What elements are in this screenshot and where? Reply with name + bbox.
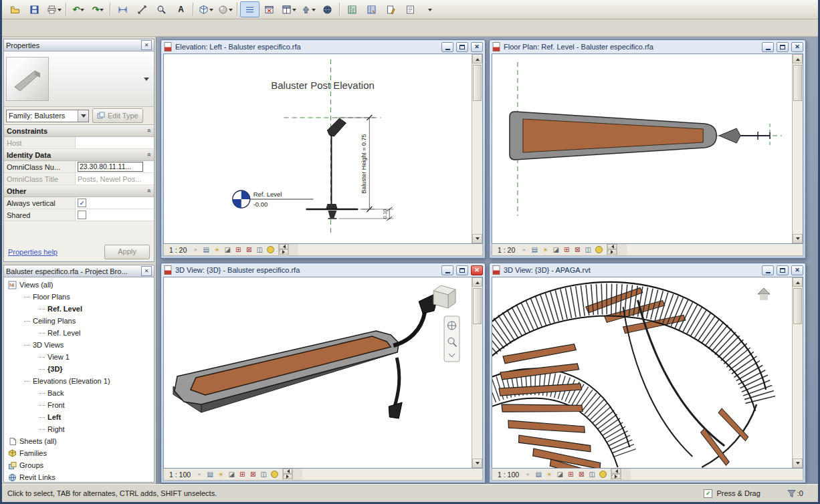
scroll-left-button[interactable]: [283, 469, 292, 474]
tree-item-views[interactable]: Views (all): [4, 279, 154, 291]
group-header-identity-data[interactable]: Identity Data: [4, 149, 154, 161]
toolbar-options-button[interactable]: [420, 1, 439, 17]
print-button[interactable]: [44, 1, 64, 17]
scroll-left-button[interactable]: [611, 469, 621, 474]
apply-button[interactable]: Apply: [104, 245, 150, 259]
vertical-scrollbar[interactable]: [472, 54, 482, 243]
3d-view-drawing-area[interactable]: [164, 277, 472, 468]
param-row-host[interactable]: Host: [4, 137, 154, 149]
window-title-bar[interactable]: 3D View: {3D} - APAGA.rvt: [490, 263, 805, 277]
minimize-button[interactable]: [441, 42, 453, 52]
close-properties-button[interactable]: [141, 40, 152, 50]
scrollbar-thumb[interactable]: [607, 250, 609, 251]
elevation-drawing-area[interactable]: Baluster Post Elevation: [164, 54, 472, 243]
horizontal-scrollbar[interactable]: [283, 469, 292, 480]
material-takeoff-button[interactable]: [362, 1, 381, 17]
show-crop-region-icon[interactable]: [573, 245, 582, 255]
properties-help-link[interactable]: Properties help: [8, 248, 58, 256]
scroll-left-button[interactable]: [607, 244, 617, 249]
crop-view-icon[interactable]: [233, 245, 243, 255]
scale-control[interactable]: 1 : 100: [167, 471, 193, 479]
type-selector[interactable]: [4, 51, 154, 107]
align-dimension-button[interactable]: [113, 1, 132, 17]
scroll-down-button[interactable]: [472, 234, 482, 243]
crop-view-icon[interactable]: [237, 470, 247, 479]
scale-control[interactable]: 1 : 100: [495, 471, 522, 479]
scroll-down-button[interactable]: [472, 459, 482, 468]
window-title-bar[interactable]: Elevation: Left - Baluster especifico.rf…: [161, 40, 485, 53]
type-selector-dropdown[interactable]: [141, 74, 152, 84]
shared-checkbox[interactable]: [78, 211, 86, 219]
tree-item-ceiling-plans[interactable]: Ceiling Plans: [4, 315, 154, 327]
temporary-hide-isolate-icon[interactable]: [259, 470, 268, 479]
scroll-down-button[interactable]: [793, 234, 803, 243]
shadows-icon[interactable]: [555, 470, 565, 479]
tree-item-back[interactable]: Back: [4, 387, 154, 399]
vertical-scrollbar[interactable]: [472, 277, 482, 468]
param-value[interactable]: 23.30.80.11.11...: [76, 161, 154, 172]
activate-view-button[interactable]: [298, 1, 318, 17]
tree-item-elevations[interactable]: Elevations (Elevation 1): [4, 375, 154, 387]
group-header-other[interactable]: Other: [4, 185, 154, 197]
selection-filter[interactable]: :0: [787, 489, 803, 498]
maximize-button[interactable]: [777, 265, 789, 275]
sun-path-icon[interactable]: [216, 470, 225, 479]
always-vertical-checkbox[interactable]: [78, 199, 86, 207]
vertical-scrollbar[interactable]: [792, 277, 803, 468]
scroll-left-button[interactable]: [279, 244, 288, 249]
visual-style-icon[interactable]: [534, 470, 543, 479]
minimize-button[interactable]: [762, 42, 774, 52]
close-button[interactable]: [471, 265, 483, 275]
text-button[interactable]: A: [171, 1, 191, 17]
scroll-down-button[interactable]: [793, 459, 803, 468]
scroll-right-button[interactable]: [279, 249, 288, 255]
temporary-hide-isolate-icon[interactable]: [583, 245, 593, 255]
scroll-up-button[interactable]: [472, 54, 482, 64]
scroll-up-button[interactable]: [472, 277, 482, 287]
render-button[interactable]: [215, 1, 235, 17]
window-title-bar[interactable]: Floor Plan: Ref. Level - Baluster especi…: [490, 40, 805, 53]
tree-item-groups[interactable]: Groups: [4, 459, 154, 471]
family-combobox-button[interactable]: [78, 110, 88, 122]
properties-title-bar[interactable]: Properties: [4, 39, 154, 51]
project-browser-title-bar[interactable]: Baluster especifico.rfa - Project Bro...: [4, 265, 154, 277]
scrollbar-track[interactable]: [472, 64, 482, 234]
tree-item-ref-level[interactable]: Ref. Level: [4, 303, 154, 315]
shadows-icon[interactable]: [227, 470, 236, 479]
minimize-button[interactable]: [441, 265, 453, 275]
scrollbar-thumb[interactable]: [793, 288, 802, 324]
zoom-button[interactable]: [152, 1, 171, 17]
tree-item-right[interactable]: Right: [4, 423, 154, 435]
visual-style-icon[interactable]: [201, 245, 211, 255]
scrollbar-thumb[interactable]: [473, 288, 482, 324]
detail-level-icon[interactable]: [519, 245, 528, 255]
scroll-right-button[interactable]: [283, 474, 292, 479]
undo-button[interactable]: ↶: [69, 1, 88, 17]
3d-stair-drawing-area[interactable]: [492, 277, 792, 468]
tile-windows-button[interactable]: [279, 1, 298, 17]
close-button[interactable]: [471, 42, 483, 52]
close-project-browser-button[interactable]: [141, 266, 152, 276]
tree-item-view-1[interactable]: View 1: [4, 351, 154, 363]
visual-style-icon[interactable]: [530, 245, 539, 255]
family-combobox[interactable]: Family: Balusters: [6, 110, 89, 122]
schedule-button[interactable]: [342, 1, 362, 17]
default-3d-view-button[interactable]: [196, 1, 215, 17]
open-button[interactable]: [5, 1, 25, 17]
web-library-button[interactable]: [318, 1, 337, 17]
navigation-bar[interactable]: [444, 316, 459, 362]
detail-level-icon[interactable]: [195, 470, 204, 479]
reveal-hidden-icon[interactable]: [599, 471, 607, 478]
reveal-hidden-icon[interactable]: [267, 246, 274, 253]
scale-control[interactable]: 1 : 20: [495, 246, 518, 254]
tree-item-front[interactable]: Front: [4, 399, 154, 411]
tree-item-sheets[interactable]: Sheets (all): [4, 435, 154, 447]
group-header-constraints[interactable]: Constraints: [4, 125, 154, 137]
minimize-button[interactable]: [762, 265, 774, 275]
sun-path-icon[interactable]: [212, 245, 221, 255]
sun-path-icon[interactable]: [544, 470, 554, 479]
param-row-omniclass-number[interactable]: OmniClass Nu... 23.30.80.11.11...: [4, 161, 154, 173]
close-hidden-windows-button[interactable]: [260, 1, 279, 17]
scrollbar-thumb[interactable]: [473, 65, 482, 101]
close-button[interactable]: [791, 42, 803, 52]
